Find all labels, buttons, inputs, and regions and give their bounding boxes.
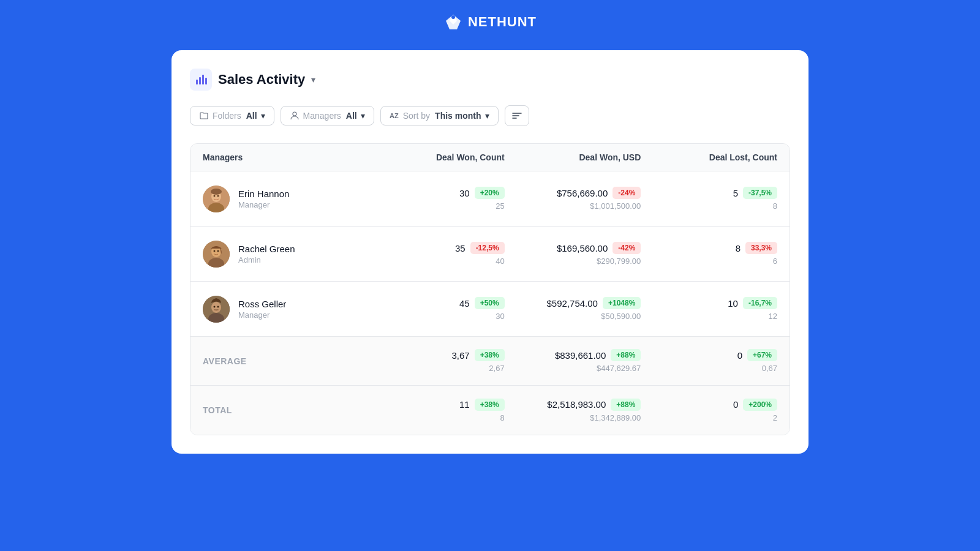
data-main-row: 0 +200% — [733, 399, 777, 411]
average-row: AVERAGE 3,67 +38% 2,67 $839,661.00 +88% … — [190, 337, 790, 386]
svg-point-7 — [293, 112, 296, 116]
sort-order-button[interactable] — [505, 105, 529, 126]
erin-avatar-svg — [203, 186, 230, 212]
sub-value: 6 — [773, 257, 777, 266]
average-label: AVERAGE — [203, 356, 247, 366]
manager-role: Admin — [238, 255, 295, 264]
badge-green: +88% — [611, 399, 641, 411]
sort-prefix: Sort by — [403, 111, 430, 121]
title-chevron[interactable]: ▾ — [311, 75, 315, 84]
main-value: 11 — [459, 399, 470, 410]
page-title-icon — [190, 69, 212, 91]
deal-won-count-cell: 11 +38% 8 — [368, 389, 505, 432]
deal-won-count-cell: 3,67 +38% 2,67 — [368, 339, 505, 383]
ross-avatar-svg — [203, 296, 230, 323]
deal-won-usd-cell: $592,754.00 +1048% $50,590.00 — [505, 287, 641, 331]
svg-rect-3 — [196, 80, 198, 84]
badge-green: +50% — [475, 297, 505, 309]
data-main-row: $839,661.00 +88% — [555, 349, 641, 361]
svg-point-21 — [214, 250, 216, 252]
deal-won-count-cell: 45 +50% 30 — [368, 287, 505, 331]
sub-value: $50,590.00 — [601, 312, 641, 321]
data-main-row: $592,754.00 +1048% — [547, 297, 641, 309]
main-value: 30 — [459, 188, 470, 198]
manager-info: Rachel Green Admin — [238, 244, 295, 264]
sub-value: $1,001,500.00 — [590, 201, 641, 211]
sub-value: 12 — [769, 312, 777, 321]
managers-label: Managers — [303, 111, 341, 121]
deal-lost-count-cell: 5 -37,5% 8 — [641, 177, 777, 220]
svg-rect-6 — [205, 78, 207, 84]
data-main-row: 5 -37,5% — [733, 187, 777, 199]
badge-red: -12,5% — [470, 242, 505, 254]
main-value: 45 — [459, 298, 470, 309]
chart-icon — [195, 73, 207, 86]
badge-green: +67% — [747, 349, 777, 361]
sort-filter[interactable]: AZ Sort by This month ▾ — [380, 106, 499, 126]
total-row: TOTAL 11 +38% 8 $2,518,983.00 +88% $1,34… — [190, 386, 790, 435]
badge-green: -37,5% — [743, 187, 777, 199]
data-main-row: 45 +50% — [459, 297, 505, 309]
table-row: Rachel Green Admin 35 -12,5% 40 $169,560… — [190, 227, 790, 282]
sub-value: $447,629.67 — [597, 364, 641, 373]
manager-info: Ross Geller Manager — [238, 299, 286, 320]
badge-green: +20% — [475, 187, 505, 199]
avatar — [203, 296, 230, 323]
main-value: $756,669.00 — [557, 188, 608, 198]
col-deal-won-count: Deal Won, Count — [368, 152, 505, 162]
page-title: Sales Activity — [218, 72, 305, 88]
manager-cell: Erin Hannon Manager — [203, 176, 368, 222]
managers-filter[interactable]: Managers All ▾ — [281, 106, 374, 126]
main-value: 0 — [733, 399, 738, 410]
filters-row: Folders All ▾ Managers All ▾ AZ Sort by … — [190, 105, 790, 126]
logo-icon — [443, 12, 463, 32]
page-header: Sales Activity ▾ — [190, 69, 790, 91]
sub-value: 8 — [773, 201, 777, 211]
top-bar: NETHUNT — [0, 0, 980, 44]
deal-lost-count-cell: 8 33,3% 6 — [641, 232, 777, 276]
data-main-row: 0 +67% — [737, 349, 777, 361]
svg-point-27 — [217, 305, 219, 307]
manager-cell: AVERAGE — [203, 347, 368, 376]
data-main-row: $2,518,983.00 +88% — [547, 399, 641, 411]
main-value: $592,754.00 — [547, 298, 598, 309]
manager-cell: Ross Geller Manager — [203, 286, 368, 332]
main-value: 10 — [728, 298, 738, 309]
badge-red: -42% — [612, 242, 641, 254]
main-value: 8 — [736, 243, 741, 253]
deal-won-usd-cell: $839,661.00 +88% $447,629.67 — [505, 339, 641, 383]
badge-green: +88% — [611, 349, 641, 361]
sub-value: 40 — [496, 257, 504, 266]
svg-point-22 — [217, 250, 219, 252]
folder-icon — [199, 111, 209, 121]
az-icon: AZ — [390, 111, 399, 121]
col-deal-won-usd: Deal Won, USD — [505, 152, 641, 162]
managers-chevron: ▾ — [361, 111, 365, 121]
app-name: NETHUNT — [468, 14, 537, 30]
deal-lost-count-cell: 0 +200% 2 — [641, 389, 777, 432]
manager-role: Manager — [238, 310, 286, 320]
data-main-row: $756,669.00 -24% — [557, 187, 641, 199]
folders-filter[interactable]: Folders All ▾ — [190, 106, 274, 126]
badge-red: 33,3% — [745, 242, 777, 254]
table-row: Ross Geller Manager 45 +50% 30 $592,754.… — [190, 282, 790, 337]
data-main-row: 3,67 +38% — [451, 349, 504, 361]
svg-point-15 — [214, 195, 216, 197]
main-value: 35 — [455, 243, 466, 253]
folders-value: All — [246, 111, 257, 121]
data-main-row: 10 -16,7% — [728, 297, 777, 309]
sub-value: 2,67 — [489, 364, 504, 373]
deal-won-count-cell: 30 +20% 25 — [368, 177, 505, 220]
svg-point-2 — [451, 15, 455, 19]
sort-value: This month — [435, 111, 481, 121]
col-deal-lost-count: Deal Lost, Count — [641, 152, 777, 162]
data-main-row: 8 33,3% — [736, 242, 777, 254]
badge-red: -24% — [612, 187, 641, 199]
col-managers: Managers — [203, 152, 368, 162]
sub-value: $1,342,889.00 — [590, 413, 641, 422]
deal-won-usd-cell: $2,518,983.00 +88% $1,342,889.00 — [505, 389, 641, 432]
badge-green: +38% — [475, 349, 505, 361]
main-value: 3,67 — [451, 350, 469, 361]
main-value: $839,661.00 — [555, 350, 606, 361]
table-row: Erin Hannon Manager 30 +20% 25 $756,669.… — [190, 171, 790, 227]
